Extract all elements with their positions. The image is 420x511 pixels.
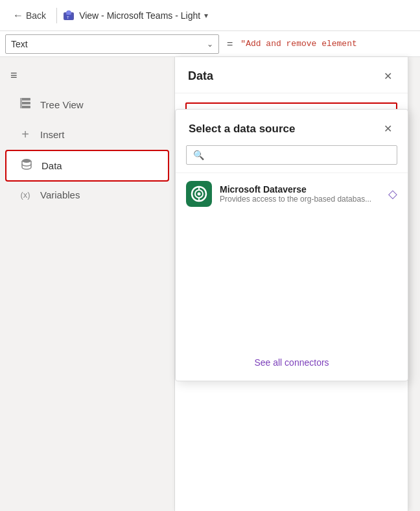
dataverse-info: Microsoft Dataverse Provides access to t… — [220, 184, 380, 204]
sidebar-item-data[interactable]: Data — [5, 150, 169, 182]
sidebar-item-tree-view[interactable]: Tree View — [5, 90, 169, 119]
data-panel-close-button[interactable]: ✕ — [381, 67, 395, 85]
insert-icon: + — [18, 127, 32, 142]
dataverse-description: Provides access to the org-based databas… — [220, 195, 380, 204]
svg-text:T: T — [67, 16, 69, 19]
property-dropdown[interactable]: Text ⌄ — [5, 34, 219, 54]
sidebar-item-insert[interactable]: + Insert — [5, 121, 169, 149]
sidebar: ≡ Tree View + Insert — [0, 57, 175, 511]
variables-icon: (x) — [18, 190, 32, 200]
dataverse-name: Microsoft Dataverse — [220, 184, 380, 195]
svg-rect-9 — [20, 98, 22, 108]
back-arrow-icon: ← — [13, 10, 23, 21]
teams-icon: T — [62, 9, 75, 22]
property-dropdown-value: Text — [11, 39, 28, 49]
datasource-close-button[interactable]: ✕ — [381, 120, 395, 137]
svg-point-13 — [198, 193, 201, 196]
dataverse-icon — [186, 181, 212, 207]
svg-point-10 — [22, 159, 31, 163]
formula-text: "Add and remove element — [240, 39, 415, 49]
datasource-item-dataverse[interactable]: Microsoft Dataverse Provides access to t… — [176, 172, 408, 215]
data-icon — [19, 158, 34, 174]
data-label: Data — [41, 160, 62, 171]
insert-label: Insert — [40, 129, 65, 140]
view-chevron-icon: ▾ — [204, 11, 208, 20]
svg-point-3 — [67, 11, 71, 15]
tree-view-label: Tree View — [40, 99, 84, 110]
see-all-connectors-label: See all connectors — [254, 357, 329, 368]
data-panel-header: Data ✕ — [175, 57, 408, 93]
back-button[interactable]: ← Back — [8, 7, 51, 24]
dropdown-chevron-icon: ⌄ — [207, 40, 213, 49]
premium-icon: ◇ — [388, 187, 397, 201]
data-panel-title: Data — [188, 69, 213, 83]
datasource-title: Select a data source — [189, 123, 295, 136]
view-selector[interactable]: T View - Microsoft Teams - Light ▾ — [62, 9, 208, 22]
datasource-panel: Select a data source ✕ 🔍 Microsoft Datav… — [175, 109, 408, 381]
see-all-connectors-link[interactable]: See all connectors — [176, 344, 408, 381]
search-icon: 🔍 — [193, 150, 204, 160]
hamburger-menu-button[interactable]: ≡ — [0, 62, 174, 89]
tree-view-icon — [18, 97, 32, 113]
back-label: Back — [26, 10, 46, 21]
view-label-text: View - Microsoft Teams - Light — [79, 10, 200, 21]
datasource-header: Select a data source ✕ — [176, 110, 408, 145]
variables-label: Variables — [40, 189, 80, 200]
datasource-search-field[interactable]: 🔍 — [186, 145, 397, 165]
divider — [56, 8, 57, 23]
datasource-search-input[interactable] — [209, 150, 390, 160]
equals-sign: = — [224, 38, 235, 50]
formula-bar: Text ⌄ = "Add and remove element — [0, 31, 420, 57]
sidebar-item-variables[interactable]: (x) Variables — [5, 183, 169, 207]
main-layout: ≡ Tree View + Insert — [0, 57, 420, 511]
top-bar: ← Back T View - Microsoft Teams - Light … — [0, 0, 420, 31]
